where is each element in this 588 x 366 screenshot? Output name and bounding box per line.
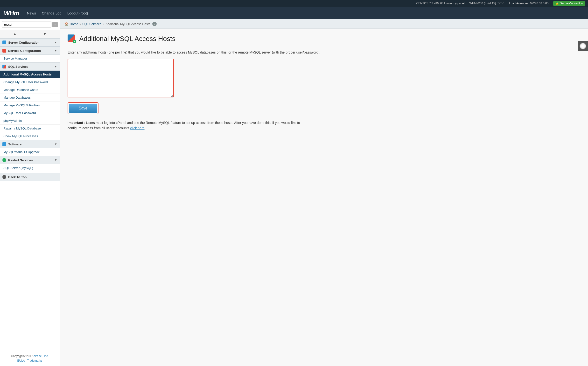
sidebar-section-software[interactable]: Software ▼	[0, 140, 60, 148]
nav-bar: WHm News Change Log Logout (root)	[0, 7, 588, 19]
breadcrumb-sql-services-link[interactable]: SQL Services	[82, 22, 101, 26]
nav-arrows: ▲ ▼	[0, 30, 60, 38]
whm-logo: WHm	[4, 9, 19, 17]
sidebar-item-show-mysql-processes[interactable]: Show MySQL Processes	[0, 132, 60, 140]
search-clear-button[interactable]: ✕	[52, 22, 58, 27]
breadcrumb-home-link[interactable]: Home	[70, 22, 78, 26]
sidebar-item-mysql-mariadb-upgrade[interactable]: MySQL/MariaDB Upgrade	[0, 148, 60, 156]
cpanel-inc-link[interactable]: cPanel, Inc.	[33, 354, 49, 358]
sidebar-item-manage-mysql-profiles[interactable]: Manage MySQL® Profiles	[0, 101, 60, 109]
floating-help-button[interactable]	[578, 41, 588, 51]
software-chevron: ▼	[54, 143, 57, 146]
nav-down-button[interactable]: ▼	[30, 30, 60, 38]
page-header: + Additional MySQL Access Hosts	[68, 34, 580, 43]
sidebar-item-phpmyadmin[interactable]: phpMyAdmin	[0, 117, 60, 125]
load-averages: Load Averages: 0.03 0.02 0.05	[509, 2, 549, 5]
help-icon[interactable]: ?	[152, 22, 157, 26]
sidebar-item-service-manager[interactable]: Service Manager	[0, 55, 60, 62]
sidebar-item-manage-database-users[interactable]: Manage Database Users	[0, 86, 60, 94]
breadcrumb-current: Additional MySQL Access Hosts	[105, 22, 150, 26]
service-config-icon	[2, 49, 6, 53]
sidebar-item-manage-databases[interactable]: Manage Databases	[0, 94, 60, 101]
page-title: Additional MySQL Access Hosts	[79, 35, 175, 43]
back-to-top-icon	[2, 175, 6, 179]
back-to-top-button[interactable]: Back To Top	[0, 173, 60, 181]
sidebar-section-service-configuration[interactable]: Service Configuration ▼	[0, 46, 60, 55]
nav-up-button[interactable]: ▲	[0, 30, 30, 38]
sidebar: ✕ ▲ ▼ Server Configuration ▼ Service Con…	[0, 19, 60, 366]
save-button-wrapper: Save	[68, 102, 98, 114]
restart-services-chevron: ▼	[54, 158, 57, 162]
sidebar-section-sql-services[interactable]: SQL Services ▼	[0, 62, 60, 71]
search-box: ✕	[0, 19, 60, 30]
trademarks-link[interactable]: Trademarks	[27, 359, 42, 362]
important-label: Important	[68, 121, 83, 125]
restart-services-icon	[2, 158, 6, 162]
hosts-textarea[interactable]	[68, 59, 174, 97]
sql-services-chevron: ▼	[54, 65, 57, 68]
top-bar: CENTOS 7.3 x86_64 kvm – trycpanel WHM 62…	[0, 0, 588, 7]
service-config-chevron: ▼	[54, 49, 57, 52]
sidebar-item-change-mysql-user-password[interactable]: Change MySQL User Password	[0, 78, 60, 86]
sidebar-item-sql-server-mysql[interactable]: SQL Server (MySQL)	[0, 164, 60, 172]
sidebar-item-additional-mysql-access-hosts[interactable]: Additional MySQL Access Hosts	[0, 71, 60, 78]
search-input[interactable]	[2, 21, 51, 28]
eula-link[interactable]: EULA	[17, 359, 25, 362]
breadcrumb-home-icon: 🏠	[65, 22, 69, 26]
save-button[interactable]: Save	[69, 104, 97, 113]
sidebar-section-restart-services[interactable]: Restart Services ▼	[0, 156, 60, 164]
page-description: Enter any additional hosts (one per line…	[68, 50, 580, 55]
important-note-text: : Users must log into cPanel and use the…	[68, 121, 300, 130]
sidebar-item-mysql-root-password[interactable]: MySQL Root Password	[0, 109, 60, 117]
server-config-icon	[2, 40, 6, 44]
floating-help-icon	[580, 43, 586, 49]
important-note: Important : Users must log into cPanel a…	[68, 120, 304, 131]
whm-version: WHM 62.0 (build 15) [DEV]	[469, 2, 504, 5]
server-info: CENTOS 7.3 x86_64 kvm – trycpanel	[416, 2, 465, 5]
content-area: 🏠 Home » SQL Services » Additional MySQL…	[60, 19, 588, 366]
main-layout: ✕ ▲ ▼ Server Configuration ▼ Service Con…	[0, 19, 588, 366]
server-config-chevron: ▼	[54, 41, 57, 44]
sidebar-item-repair-mysql-database[interactable]: Repair a MySQL Database	[0, 125, 60, 132]
secure-connection-button[interactable]: 🔒 Secure Connection	[553, 1, 585, 6]
important-note-suffix: .	[145, 126, 146, 130]
nav-news[interactable]: News	[27, 11, 36, 15]
page-content: + Additional MySQL Access Hosts Enter an…	[60, 29, 588, 366]
add-badge: +	[73, 40, 76, 43]
nav-changelog[interactable]: Change Log	[42, 11, 62, 15]
sidebar-footer: Copyright© 2017 cPanel, Inc. EULA Tradem…	[0, 351, 60, 366]
sql-services-icon	[2, 65, 6, 69]
software-icon	[2, 142, 6, 146]
sidebar-section-server-configuration[interactable]: Server Configuration ▼	[0, 38, 60, 46]
nav-logout[interactable]: Logout (root)	[67, 11, 88, 15]
page-header-icon: +	[68, 34, 76, 43]
click-here-link[interactable]: click here	[130, 126, 144, 130]
lock-icon: 🔒	[556, 2, 559, 5]
breadcrumb: 🏠 Home » SQL Services » Additional MySQL…	[60, 19, 588, 29]
